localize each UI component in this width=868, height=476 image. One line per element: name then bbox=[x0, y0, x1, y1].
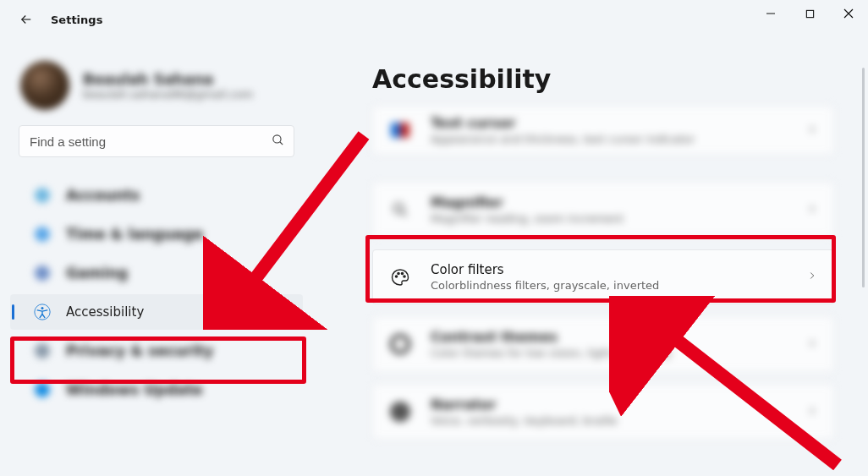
chevron-right-icon bbox=[806, 123, 818, 139]
maximize-button[interactable] bbox=[790, 0, 829, 27]
card-subtitle: Appearance and thickness, text cursor in… bbox=[431, 133, 806, 145]
nav-list: Accounts Time & language Gaming Accessib… bbox=[0, 169, 313, 408]
sidebar-item-gaming[interactable]: Gaming bbox=[10, 255, 303, 291]
card-color-filters[interactable]: Color filters Colorblindness filters, gr… bbox=[372, 249, 834, 304]
close-button[interactable] bbox=[829, 0, 868, 27]
scrollbar[interactable] bbox=[862, 68, 865, 287]
sidebar-item-windows-update[interactable]: Windows Update bbox=[10, 372, 303, 408]
magnifier-icon bbox=[388, 198, 412, 222]
sidebar-item-accessibility[interactable]: Accessibility bbox=[10, 294, 303, 330]
card-title: Text cursor bbox=[431, 115, 806, 131]
sidebar-item-label: Accessibility bbox=[66, 304, 144, 320]
card-title: Narrator bbox=[431, 397, 806, 413]
sidebar-item-label: Accounts bbox=[66, 187, 140, 204]
search-input[interactable] bbox=[30, 134, 271, 149]
svg-point-8 bbox=[395, 275, 397, 276]
profile-text: Beaulah Sahana beaulah.sahana96@gmail.co… bbox=[83, 71, 253, 101]
profile-block[interactable]: Beaulah Sahana beaulah.sahana96@gmail.co… bbox=[0, 54, 313, 125]
card-magnifier[interactable]: Magnifier Magnifier reading, zoom increm… bbox=[372, 182, 834, 238]
svg-point-5 bbox=[41, 307, 44, 309]
settings-cards: Text cursor Appearance and thickness, te… bbox=[372, 106, 868, 440]
sidebar-item-accounts[interactable]: Accounts bbox=[10, 178, 303, 213]
search-box[interactable] bbox=[19, 125, 294, 157]
chevron-right-icon bbox=[806, 404, 818, 420]
sidebar: Beaulah Sahana beaulah.sahana96@gmail.co… bbox=[0, 47, 313, 476]
card-subtitle: Colorblindness filters, grayscale, inver… bbox=[431, 279, 806, 292]
card-contrast-themes[interactable]: Contrast themes Color themes for low vis… bbox=[372, 316, 834, 372]
svg-point-11 bbox=[404, 275, 405, 276]
svg-point-6 bbox=[394, 204, 404, 213]
svg-line-3 bbox=[280, 141, 283, 144]
text-cursor-icon bbox=[388, 118, 412, 142]
card-subtitle: Color themes for low vision, light sensi… bbox=[431, 347, 806, 359]
chevron-right-icon bbox=[806, 336, 818, 353]
avatar bbox=[20, 61, 69, 110]
profile-email: beaulah.sahana96@gmail.com bbox=[83, 88, 253, 101]
sidebar-item-time-language[interactable]: Time & language bbox=[10, 216, 303, 252]
update-icon bbox=[34, 381, 51, 398]
profile-name: Beaulah Sahana bbox=[83, 71, 253, 88]
window-controls bbox=[751, 0, 868, 27]
card-narrator[interactable]: Narrator Voice, verbosity, keyboard, bra… bbox=[372, 384, 834, 440]
main-panel: Accessibility Text cursor Appearance and… bbox=[330, 47, 868, 476]
svg-point-2 bbox=[273, 134, 281, 142]
svg-line-7 bbox=[402, 211, 406, 216]
card-subtitle: Voice, verbosity, keyboard, braille bbox=[431, 414, 806, 427]
card-title: Color filters bbox=[431, 262, 806, 277]
time-icon bbox=[34, 226, 51, 243]
svg-rect-1 bbox=[806, 10, 813, 17]
titlebar: Settings bbox=[0, 0, 868, 39]
accounts-icon bbox=[34, 187, 51, 204]
narrator-icon bbox=[388, 400, 412, 424]
card-text-cursor[interactable]: Text cursor Appearance and thickness, te… bbox=[372, 106, 834, 155]
svg-point-9 bbox=[398, 272, 399, 274]
app-title: Settings bbox=[51, 14, 102, 26]
svg-point-10 bbox=[401, 272, 403, 274]
search-icon bbox=[271, 133, 285, 150]
sidebar-item-label: Windows Update bbox=[66, 381, 203, 398]
chevron-right-icon bbox=[806, 202, 818, 218]
card-title: Contrast themes bbox=[431, 329, 806, 345]
back-button[interactable] bbox=[17, 10, 36, 29]
chevron-right-icon bbox=[806, 269, 818, 285]
card-title: Magnifier bbox=[431, 194, 806, 211]
minimize-button[interactable] bbox=[751, 0, 790, 27]
sidebar-item-label: Privacy & security bbox=[66, 342, 213, 359]
contrast-icon bbox=[388, 332, 412, 356]
page-title: Accessibility bbox=[372, 64, 868, 94]
accessibility-icon bbox=[34, 304, 51, 320]
card-subtitle: Magnifier reading, zoom increment bbox=[431, 212, 806, 225]
palette-icon bbox=[388, 265, 412, 289]
sidebar-item-label: Time & language bbox=[66, 226, 203, 243]
gaming-icon bbox=[34, 265, 51, 282]
privacy-icon bbox=[34, 342, 51, 359]
sidebar-item-label: Gaming bbox=[66, 265, 128, 282]
sidebar-item-privacy[interactable]: Privacy & security bbox=[10, 333, 303, 369]
